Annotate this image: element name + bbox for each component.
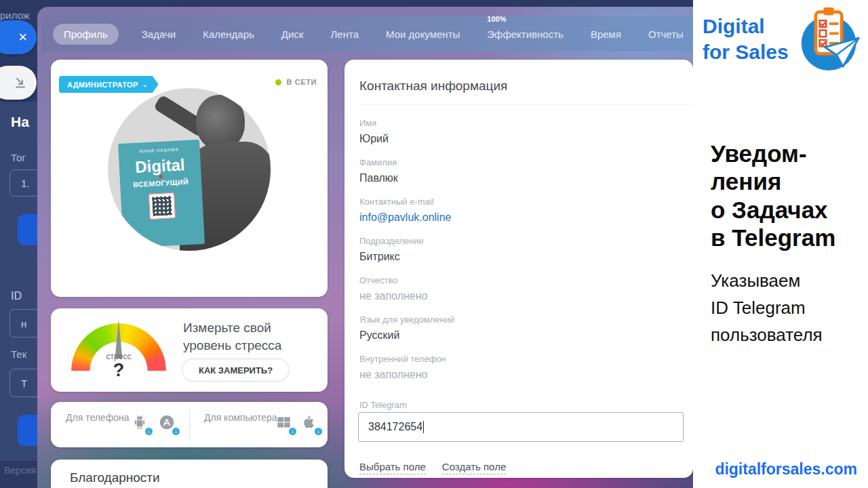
- avatar-book: ЮРИЙ ПАВЛЮК Digital ВСЕМОГУЩИЙ: [118, 140, 205, 248]
- text-caret: [423, 421, 424, 433]
- id-telegram-input[interactable]: 384172654: [358, 412, 684, 442]
- slide-field-label-fragment: Тог: [11, 152, 26, 163]
- field-notification-language: Язык для уведомлений Русский: [359, 313, 678, 344]
- contact-fields: Имя Юрий Фамилия Павлюк Контактный e-mai…: [359, 117, 678, 392]
- brand-logo-icon: [797, 4, 863, 75]
- close-button[interactable]: ×: [0, 20, 37, 54]
- online-dot-icon: [275, 79, 281, 85]
- app-title-fragment: рилож: [0, 9, 30, 21]
- field-last-name: Фамилия Павлюк: [359, 156, 678, 186]
- appstore-download-button[interactable]: ↓: [158, 413, 178, 435]
- nav-tab-tasks[interactable]: Задачи: [138, 24, 180, 45]
- field-internal-phone: Внутренний телефон не заполнено: [359, 352, 678, 383]
- select-field-link[interactable]: Выбрать поле: [359, 461, 426, 474]
- download-badge-icon: ↓: [144, 426, 154, 436]
- download-badge-icon: ↓: [313, 426, 323, 436]
- panel-subtitle: Указываем ID Telegram пользователя: [711, 267, 823, 348]
- brand-name: Digital for Sales: [703, 14, 789, 64]
- book-subtitle: ВСЕМОГУЩИЙ: [120, 177, 201, 189]
- android-download-button[interactable]: ↓: [131, 413, 151, 435]
- chevron-down-icon: ⌄: [142, 81, 148, 88]
- windows-download-button[interactable]: ↓: [275, 413, 295, 435]
- field-middle-name: Отчество не заполнено: [359, 274, 678, 304]
- qr-code: [149, 192, 176, 220]
- brand-panel: Digital for Sales Уведом- ления о Задача…: [693, 0, 868, 488]
- close-icon: ×: [18, 28, 27, 46]
- nav-tab-calendar[interactable]: Календарь: [199, 24, 258, 45]
- efficiency-badge: 100%: [487, 16, 506, 23]
- field-email: Контактный e-mail info@pavluk.online: [359, 195, 678, 226]
- gauge-question-mark: ?: [71, 360, 166, 381]
- field-first-name: Имя Юрий: [359, 117, 678, 147]
- field-department: Подразделение Битрикс: [359, 235, 678, 265]
- slide-text-label-fragment: Тек: [11, 348, 26, 360]
- screen: рилож × На Тог 1. ID н Тек Т Версия Проф…: [0, 0, 868, 488]
- book-title: Digital: [119, 156, 201, 176]
- slide-panel-heading-fragment: На: [11, 114, 29, 130]
- desktop-apps-label: Для компьютера: [204, 411, 277, 424]
- online-status: В СЕТИ: [275, 78, 317, 86]
- stress-text: Измерьте свой уровень стресса: [183, 319, 319, 354]
- top-nav: Профиль Задачи Календарь Диск Лента Мои …: [42, 16, 693, 52]
- slide-id-label-fragment: ID: [11, 290, 22, 302]
- version-fragment: Версия: [4, 465, 36, 476]
- website-link[interactable]: digitalforsales.com: [715, 460, 857, 479]
- contact-card-title: Контактная информация: [359, 79, 507, 94]
- macos-download-button[interactable]: ↓: [300, 413, 321, 435]
- stress-card: стресс ? Измерьте свой уровень стресса К…: [51, 308, 328, 392]
- contact-info-card: Контактная информация Имя Юрий Фамилия П…: [344, 60, 693, 478]
- nav-tab-time[interactable]: Время: [587, 24, 625, 45]
- field-links: Выбрать поле Создать поле: [359, 461, 506, 474]
- divider: [358, 104, 693, 105]
- left-slideover-strip: рилож × На Тог 1. ID н Тек Т Версия: [0, 0, 37, 488]
- collapse-button[interactable]: [0, 66, 37, 100]
- nav-tab-profile[interactable]: Профиль: [53, 24, 119, 45]
- nav-tab-feed[interactable]: Лента: [326, 24, 363, 45]
- stress-gauge: стресс ?: [71, 317, 166, 384]
- gratitude-card: Благодарности: [51, 460, 328, 488]
- download-badge-icon: ↓: [171, 426, 181, 436]
- nav-tab-disk[interactable]: Диск: [277, 24, 308, 45]
- id-telegram-label: ID Telegram: [359, 400, 407, 410]
- phone-apps-label: Для телефона: [66, 411, 129, 424]
- nav-tab-efficiency[interactable]: 100% Эффективность: [483, 24, 568, 45]
- gratitude-title: Благодарности: [70, 470, 160, 485]
- download-badge-icon: ↓: [288, 426, 298, 436]
- book-author: ЮРИЙ ПАВЛЮК: [119, 146, 200, 155]
- email-link[interactable]: info@pavluk.online: [359, 209, 678, 226]
- nav-tab-documents[interactable]: Мои документы: [382, 24, 464, 45]
- how-to-measure-button[interactable]: КАК ЗАМЕРИТЬ?: [182, 359, 290, 382]
- book-dot-icon: [159, 175, 162, 178]
- nav-tab-reports[interactable]: Отчеты: [644, 24, 688, 45]
- collapse-icon: [14, 76, 27, 89]
- profile-card: АДМИНИСТРАТОР ⌄ В СЕТИ ЮРИЙ ПАВЛЮК Digit…: [51, 60, 328, 297]
- avatar[interactable]: ЮРИЙ ПАВЛЮК Digital ВСЕМОГУЩИЙ: [108, 88, 271, 251]
- panel-title: Уведом- ления о Задачах в Telegram: [711, 140, 835, 251]
- apps-card: Для телефона ↓ ↓ Для компьютера: [51, 402, 328, 447]
- create-field-link[interactable]: Создать поле: [442, 461, 506, 474]
- role-badge[interactable]: АДМИНИСТРАТОР ⌄: [59, 76, 159, 93]
- divider: [189, 410, 190, 439]
